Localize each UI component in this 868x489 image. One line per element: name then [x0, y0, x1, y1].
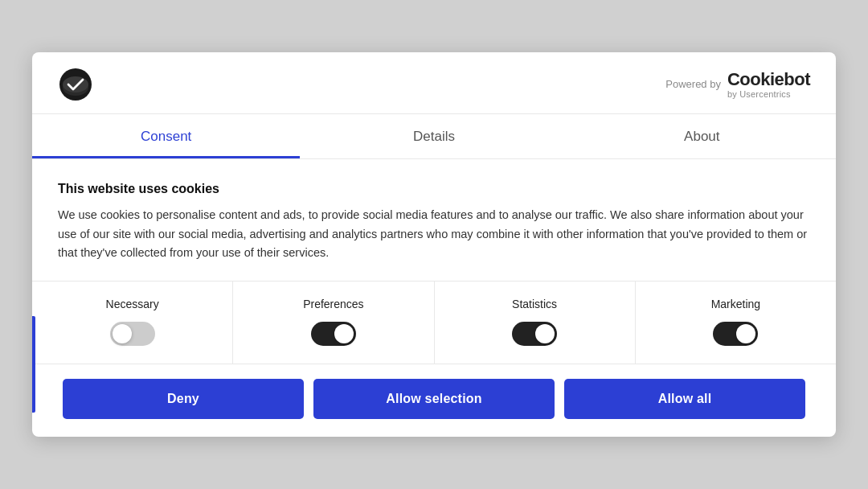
- toggle-necessary-switch[interactable]: [110, 322, 155, 346]
- powered-by-area: Powered by Cookiebot by Usercentrics: [665, 70, 810, 99]
- cookiebot-brand: Cookiebot by Usercentrics: [727, 70, 810, 99]
- brand-sub: by Usercentrics: [727, 89, 791, 99]
- toggles-section: Necessary Preferences Statistics: [32, 281, 836, 364]
- tab-about[interactable]: About: [568, 114, 836, 158]
- toggle-preferences-label: Preferences: [303, 298, 363, 310]
- toggle-preferences-track[interactable]: [311, 322, 356, 346]
- toggle-necessary-track[interactable]: [110, 322, 155, 346]
- toggle-statistics-switch[interactable]: [512, 322, 557, 346]
- tabs-bar: Consent Details About: [32, 114, 836, 159]
- toggle-necessary: Necessary: [32, 281, 233, 364]
- toggle-preferences-thumb: [334, 324, 354, 343]
- consent-content: This website uses cookies We use cookies…: [32, 159, 836, 264]
- cookie-title: This website uses cookies: [58, 182, 810, 196]
- toggle-preferences-switch[interactable]: [311, 322, 356, 346]
- logo-area: [58, 67, 93, 102]
- toggle-marketing-label: Marketing: [711, 298, 760, 310]
- toggle-necessary-label: Necessary: [106, 298, 159, 310]
- deny-button[interactable]: Deny: [63, 379, 304, 419]
- allow-all-button[interactable]: Allow all: [564, 379, 805, 419]
- tab-details[interactable]: Details: [300, 114, 567, 158]
- tab-consent[interactable]: Consent: [32, 114, 300, 158]
- toggle-marketing-thumb: [736, 324, 755, 343]
- content-wrapper: This website uses cookies We use cookies…: [32, 159, 836, 365]
- modal-header: Powered by Cookiebot by Usercentrics: [32, 52, 836, 114]
- svg-point-2: [63, 76, 88, 92]
- cookie-description: We use cookies to personalise content an…: [58, 206, 810, 264]
- allow-selection-button[interactable]: Allow selection: [313, 379, 555, 419]
- toggle-statistics-track[interactable]: [512, 322, 557, 346]
- toggle-marketing-track[interactable]: [713, 322, 758, 346]
- toggle-marketing: Marketing: [636, 281, 836, 364]
- toggle-statistics-thumb: [535, 324, 555, 343]
- cookie-modal: Powered by Cookiebot by Usercentrics Con…: [32, 52, 836, 438]
- toggle-marketing-switch[interactable]: [713, 322, 758, 346]
- toggle-necessary-thumb: [113, 324, 132, 343]
- blue-accent-bar: [32, 316, 35, 413]
- toggle-statistics: Statistics: [435, 281, 636, 364]
- brand-name: Cookiebot: [727, 70, 810, 89]
- toggle-statistics-label: Statistics: [512, 298, 557, 310]
- toggle-preferences: Preferences: [233, 281, 434, 364]
- powered-by-text: Powered by: [665, 78, 721, 90]
- buttons-section: Deny Allow selection Allow all: [32, 364, 836, 437]
- logo-icon: [58, 67, 93, 102]
